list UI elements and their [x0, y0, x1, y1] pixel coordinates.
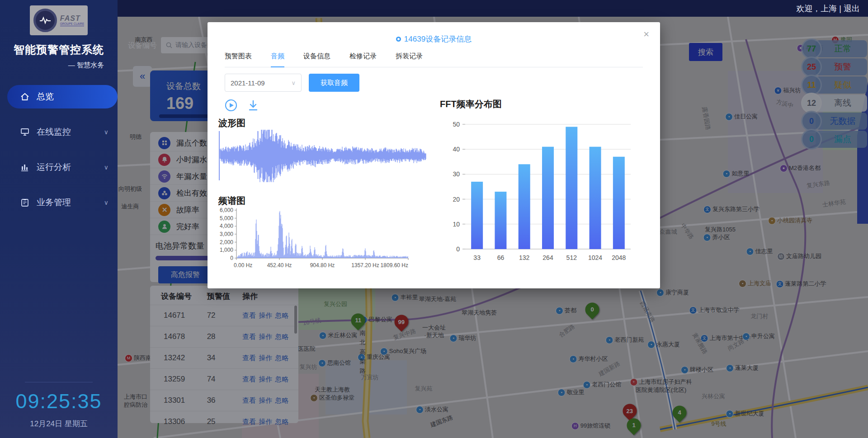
chevron-down-icon: ∨ — [104, 128, 108, 136]
brand-logo: FAST GROUPE CLAIRE — [30, 5, 88, 35]
svg-text:1357.20 Hz: 1357.20 Hz — [351, 262, 379, 268]
svg-text:33: 33 — [473, 254, 481, 261]
logo-sub-text: GROUPE CLAIRE — [60, 22, 84, 26]
svg-text:0.00 Hz: 0.00 Hz — [234, 262, 252, 268]
svg-text:0: 0 — [230, 255, 233, 261]
monitor-icon — [20, 127, 30, 137]
record-dot-icon — [396, 37, 401, 42]
svg-text:1809.60 Hz: 1809.60 Hz — [381, 262, 408, 268]
svg-text:40: 40 — [453, 146, 460, 153]
spectrum-chart: 6,0005,0004,0003,0002,0001,00000.00 Hz45… — [218, 205, 420, 271]
svg-text:1024: 1024 — [588, 254, 602, 261]
sidebar-item-label: 在线监控 — [37, 126, 71, 138]
clock-widget: 09:25:35 12月24日 星期五 — [0, 382, 118, 429]
tab-0[interactable]: 预警图表 — [225, 52, 252, 66]
logo-waveform-icon — [33, 9, 57, 32]
fft-section-title: FFT频率分布图 — [440, 98, 502, 110]
waveform-chart — [218, 130, 426, 182]
sidebar-item-0[interactable]: 总览 — [7, 85, 118, 108]
chart-icon — [20, 162, 30, 172]
sidebar-item-2[interactable]: 运行分析∨ — [0, 155, 118, 179]
sidebar-menu: 总览在线监控∨运行分析∨业务管理∨ — [0, 85, 118, 214]
svg-text:904.80 Hz: 904.80 Hz — [310, 262, 335, 268]
clock-time: 09:25:35 — [0, 390, 118, 413]
tab-1[interactable]: 音频 — [271, 52, 284, 67]
svg-text:10: 10 — [453, 221, 460, 228]
tab-2[interactable]: 设备信息 — [303, 52, 330, 66]
svg-text:4,000: 4,000 — [220, 223, 233, 229]
system-subtitle: — 智慧水务 — [0, 61, 118, 70]
chevron-down-icon: ∨ — [291, 80, 296, 86]
system-title: 智能预警管控系统 — [0, 42, 118, 57]
sidebar: FAST GROUPE CLAIRE 智能预警管控系统 — 智慧水务 总览在线监… — [0, 0, 118, 438]
waveform-section-title: 波形图 — [218, 117, 245, 129]
fetch-audio-button[interactable]: 获取音频 — [309, 74, 359, 92]
sidebar-item-label: 运行分析 — [37, 161, 71, 173]
svg-text:512: 512 — [566, 254, 577, 261]
svg-text:5,000: 5,000 — [220, 215, 233, 221]
svg-text:132: 132 — [519, 254, 530, 261]
svg-text:6,000: 6,000 — [220, 207, 233, 213]
tab-4[interactable]: 拆装记录 — [396, 52, 423, 66]
logo-brand-text: FAST — [60, 14, 84, 23]
svg-text:66: 66 — [497, 254, 505, 261]
sidebar-item-3[interactable]: 业务管理∨ — [0, 191, 118, 214]
svg-text:20: 20 — [453, 196, 460, 203]
chevron-down-icon: ∨ — [104, 164, 108, 171]
home-icon — [20, 92, 30, 102]
svg-text:0: 0 — [456, 245, 460, 253]
play-audio-icon[interactable] — [225, 99, 237, 112]
clipboard-icon — [20, 198, 30, 207]
welcome-logout-links[interactable]: 欢迎，上海 | 退出 — [796, 3, 860, 14]
modal-tabs: 预警图表音频设备信息检修记录拆装记录 — [225, 52, 643, 67]
clock-divider — [25, 382, 93, 382]
svg-text:30: 30 — [453, 170, 460, 178]
topbar: 欢迎，上海 | 退出 — [118, 0, 868, 17]
svg-text:2,000: 2,000 — [220, 239, 233, 245]
modal-title: 14639设备记录信息 — [208, 34, 660, 44]
clock-date: 12月24日 星期五 — [0, 419, 118, 429]
sidebar-item-label: 业务管理 — [37, 197, 71, 208]
download-audio-icon[interactable] — [247, 99, 259, 112]
date-select[interactable]: 2021-11-09 ∨ — [225, 74, 302, 92]
tab-3[interactable]: 检修记录 — [349, 52, 377, 66]
svg-text:2048: 2048 — [612, 254, 626, 261]
svg-text:264: 264 — [542, 254, 553, 261]
device-record-modal: × 14639设备记录信息 预警图表音频设备信息检修记录拆装记录 2021-11… — [208, 22, 660, 288]
svg-text:3,000: 3,000 — [220, 231, 233, 237]
svg-text:1,000: 1,000 — [220, 247, 233, 253]
svg-text:452.40 Hz: 452.40 Hz — [267, 262, 292, 268]
app-root: FAST GROUPE CLAIRE 智能预警管控系统 — 智慧水务 总览在线监… — [0, 0, 868, 438]
chevron-down-icon: ∨ — [104, 199, 108, 206]
audio-controls — [225, 99, 259, 112]
svg-text:50: 50 — [453, 121, 460, 128]
fft-bar-chart: 01020304050336613226451210242048 — [415, 109, 642, 265]
sidebar-item-1[interactable]: 在线监控∨ — [0, 120, 118, 144]
sidebar-item-label: 总览 — [37, 91, 54, 103]
